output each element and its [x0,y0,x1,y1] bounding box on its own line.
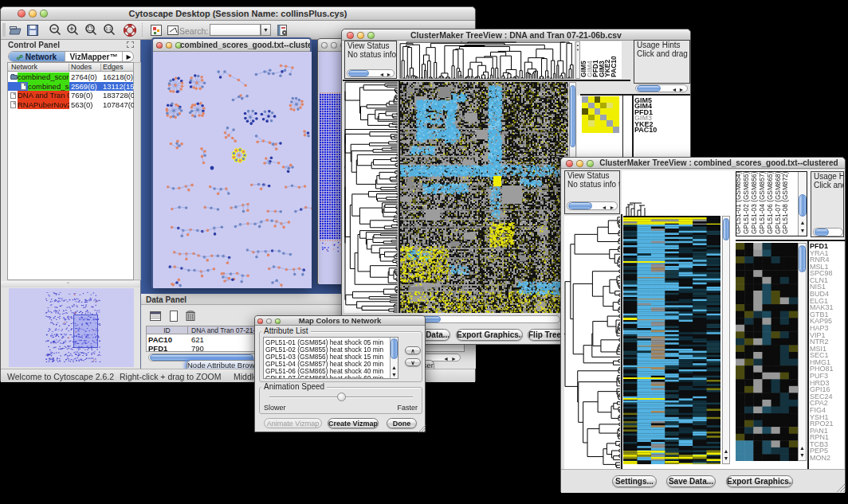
column-header-network[interactable]: Network [11,63,37,71]
delete-attribute-icon[interactable] [183,309,198,323]
scroll-left-icon[interactable]: ◄ [379,71,385,77]
scroll-up-icon[interactable]: ▲ [799,444,806,451]
zoom-out-icon[interactable] [48,23,62,37]
network-row[interactable]: combined_scores_2764(0)16218(0) [8,72,133,82]
main-titlebar[interactable]: Cytoscape Desktop (Session Name: collins… [1,7,475,21]
treeview-2-zoom-vscrollbar-thumb[interactable] [799,245,806,272]
zoom-fit-icon[interactable] [102,23,116,37]
tab-overflow-arrow[interactable]: ▶ [122,52,134,61]
birdseye-view-canvas[interactable] [9,288,134,367]
treeview-2-column-dendrogram[interactable] [622,170,720,216]
treeview-1-heatmap-vscrollbar-thumb[interactable] [570,85,575,147]
minimize-button-yellow-icon[interactable] [166,42,172,49]
scroll-down-icon[interactable]: ▼ [391,371,398,377]
scroll-up-icon[interactable]: ▲ [391,364,398,370]
minimize-button-gray-icon[interactable] [331,42,337,49]
network-table-scrollbar[interactable] [134,62,141,280]
treeview-2-button-settings-[interactable]: Settings... [612,475,657,487]
treeview-2-heatmap[interactable] [623,216,720,464]
network-view-1-canvas[interactable] [153,52,312,288]
select-attributes-icon[interactable] [148,309,163,323]
column-labels-scrollbar-thumb[interactable] [799,194,807,217]
treeview-1-column-dendrogram[interactable] [399,41,574,79]
tab-vizmapper[interactable]: VizMapper™ [65,52,122,61]
scroll-right-icon[interactable]: ► [450,355,457,361]
scroll-right-icon[interactable]: ► [678,86,685,92]
open-file-icon[interactable] [8,23,22,37]
search-input[interactable] [210,24,261,36]
zoom-selected-icon[interactable] [84,23,98,37]
attribute-up-button[interactable]: ∧ [405,346,421,354]
scroll-down-icon[interactable]: ▼ [799,227,807,234]
save-icon[interactable] [26,23,40,37]
vizmapper-icon[interactable] [149,23,163,37]
tab-network[interactable]: ☍ Network [9,52,65,61]
attribute-list-scrollbar-thumb[interactable] [391,338,398,359]
treeview-2-heatmap-vscrollbar[interactable]: ▲▼ [722,216,730,464]
view-status-scrollbar[interactable]: ◄► [567,201,618,210]
attribute-list-item[interactable]: GPL51-07 (GSM868) heat shock 60 min [265,374,383,380]
treeview-2-button-export-graphics-[interactable]: Export Graphics... [726,475,793,487]
close-button-gray-icon[interactable] [321,42,328,49]
attribute-down-button[interactable]: ∨ [405,358,421,366]
column-header-nodes[interactable]: Nodes [71,63,92,71]
network-row[interactable]: RNAPuberNov2+N563(0)107847(0) [8,100,133,110]
slider-thumb[interactable] [337,393,346,401]
scroll-right-icon[interactable]: ► [609,204,615,210]
new-attribute-icon[interactable] [167,309,181,323]
close-button-red-icon[interactable] [566,160,573,167]
dialog-button-done[interactable]: Done [387,418,417,428]
search-dropdown-button[interactable]: ▼ [261,24,271,36]
help-lifebuoy-icon[interactable] [123,23,137,37]
treeview-2-button-save-data-[interactable]: Save Data... [666,475,716,487]
toolbar-drag-handle[interactable] [2,23,6,37]
network-row[interactable]: DNA and Tran 07769(0)183728(0) [8,91,133,100]
attribute-list[interactable]: GPL51-01 (GSM854) heat shock 05 minGPL51… [263,337,398,379]
usage-hints-scrollbar[interactable]: ◄► [635,84,688,92]
zoom-button-green-icon[interactable] [587,160,594,167]
treeview-1-button-export-graphics-[interactable]: Export Graphics... [456,329,523,341]
treeview-1-zoom-matrix[interactable] [582,96,619,133]
dialog-resize-grip-icon[interactable] [418,424,426,432]
usage-hints-scrollbar[interactable] [813,228,843,236]
annotation-icon[interactable] [166,23,180,37]
float-panel-icon[interactable] [127,41,134,48]
view-status-scrollbar[interactable]: ◄► [347,69,395,77]
attribute-browser-icon[interactable] [275,23,289,37]
column-labels-scrollbar[interactable]: ▲▼ [798,172,807,236]
panel-splitter[interactable]: ⌃ [1,281,140,287]
column-header-edges[interactable]: Edges [103,63,124,71]
treeview-2-zoom-vscrollbar[interactable]: ▲▼ [798,243,807,461]
scroll-up-icon[interactable]: ▲ [723,447,729,455]
treeview-1-row-dendrogram[interactable] [344,81,398,313]
usage-hints-scrollbar-thumb[interactable] [637,85,661,92]
scroll-left-icon[interactable]: ◄ [671,86,677,92]
treeview-1-titlebar[interactable]: ClusterMaker TreeView : DNA and Tran 07-… [342,29,690,41]
treeview-2-titlebar[interactable]: ClusterMaker TreeView : combined_scores_… [561,158,845,169]
dialog-button-create-vizmap[interactable]: Create Vizmap [328,418,379,428]
usage-hints-scrollbar-thumb[interactable] [815,229,829,236]
network-row[interactable]: combined_sco2569(6)13112(15) [8,82,133,92]
splitter-handle[interactable]: ⌃ [66,283,73,286]
treeview-2-zoom-heatmap[interactable] [736,243,798,461]
treeview-1-heatmap[interactable] [400,82,568,313]
zoom-in-icon[interactable] [65,23,80,37]
treeview-2-heatmap-vscrollbar-thumb[interactable] [723,218,729,240]
data-column-id[interactable]: ID [147,326,188,334]
view-status-scrollbar-thumb[interactable] [348,70,369,76]
scroll-down-icon[interactable]: ▼ [799,451,806,459]
scroll-down-icon[interactable]: ▼ [723,455,729,462]
map-dialog-titlebar[interactable]: Map Colors to Network [255,316,425,326]
scroll-left-icon[interactable]: ◄ [442,355,450,361]
scroll-right-icon[interactable]: ► [386,71,392,77]
treeview-2-row-dendrogram[interactable] [564,216,620,469]
dialog-button-animate-vizmap[interactable]: Animate Vizmap [264,418,322,428]
minimize-button-yellow-icon[interactable] [576,160,583,167]
close-button-red-icon[interactable] [156,42,163,49]
view-status-scrollbar-thumb[interactable] [568,202,592,209]
resize-grip-icon[interactable] [835,483,845,492]
scroll-left-icon[interactable]: ◄ [601,204,607,210]
scroll-up-icon[interactable]: ▲ [799,219,807,226]
network-window-1-titlebar[interactable]: combined_scores_good.txt--cluste... [153,39,310,52]
attribute-list-scrollbar[interactable]: ▲▼ [390,338,398,378]
